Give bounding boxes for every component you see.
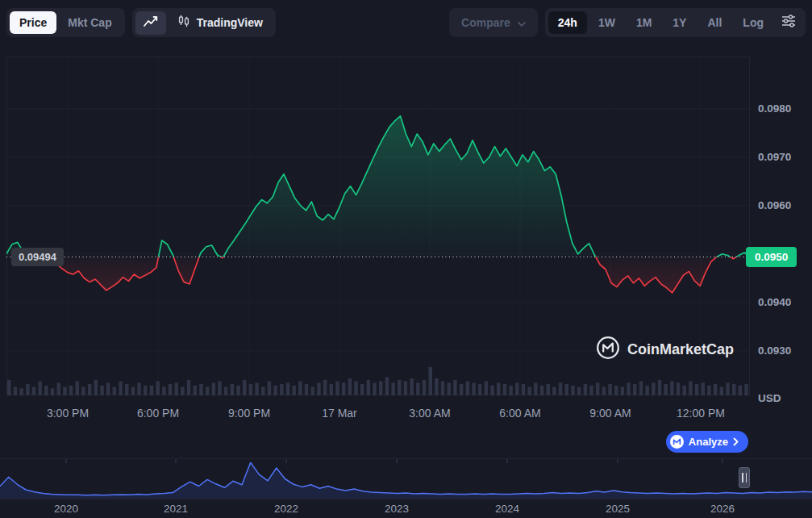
x-axis-label: 12:00 PM	[677, 407, 725, 420]
line-chart-icon	[144, 15, 158, 31]
history-mini-svg[interactable]: 2020202120222023202420252026	[0, 458, 812, 518]
chart-type-toggle: TradingView	[132, 8, 276, 37]
analyze-button[interactable]: Analyze	[666, 431, 748, 453]
tradingview-button[interactable]: TradingView	[168, 10, 273, 35]
mktcap-toggle[interactable]: Mkt Cap	[58, 11, 121, 34]
price-chart[interactable]: 0.09800.09700.09600.09500.09400.09303:00…	[0, 45, 812, 458]
unit-label: USD	[758, 392, 781, 404]
watermark-label: CoinMarketCap	[627, 341, 734, 358]
year-label: 2026	[710, 503, 735, 515]
candlestick-icon	[177, 15, 190, 31]
coinmarketcap-logo-icon	[596, 336, 620, 364]
line-chart-type-button[interactable]	[135, 11, 166, 35]
baseline-price-label: 0.09494	[11, 248, 64, 266]
year-label: 2023	[385, 503, 409, 515]
x-axis-label: 9:00 PM	[228, 407, 270, 420]
y-axis-label: 0.0960	[758, 199, 791, 211]
year-label: 2025	[606, 503, 630, 515]
tradingview-label: TradingView	[197, 15, 263, 30]
compare-button[interactable]: Compare	[449, 8, 538, 37]
coinmarketcap-logo-icon	[670, 435, 684, 449]
year-label: 2021	[164, 503, 188, 515]
price-chart-svg[interactable]: 0.09800.09700.09600.09500.09400.09303:00…	[6, 56, 812, 424]
date-range-scrubber[interactable]: 2020202120222023202420252026	[0, 458, 812, 518]
y-axis-label: 0.0970	[758, 151, 791, 163]
range-tab-1w[interactable]: 1W	[589, 11, 625, 34]
x-axis-label: 3:00 AM	[409, 407, 450, 420]
range-tab-24h[interactable]: 24h	[548, 11, 587, 34]
x-axis-label: 9:00 AM	[589, 407, 631, 420]
toolbar-right: Compare 24h1W1M1YAllLog	[449, 8, 806, 37]
y-axis-label: 0.0930	[758, 345, 791, 357]
range-tab-1m[interactable]: 1M	[627, 11, 661, 34]
price-toggle[interactable]: Price	[10, 11, 56, 34]
analyze-label: Analyze	[689, 436, 728, 448]
settings-sliders-icon	[781, 15, 796, 31]
price-mktcap-toggle: Price Mkt Cap	[6, 8, 125, 37]
history-line	[0, 462, 812, 495]
x-axis-label: 6:00 AM	[499, 407, 540, 420]
x-axis-label: 6:00 PM	[137, 407, 179, 420]
range-handle[interactable]	[739, 467, 750, 488]
chevron-down-icon	[518, 16, 526, 29]
year-label: 2022	[274, 503, 298, 515]
chart-settings-button[interactable]	[775, 10, 802, 35]
range-tabs: 24h1W1M1YAllLog	[545, 8, 806, 37]
x-axis-label: 3:00 PM	[47, 407, 89, 420]
y-axis-label: 0.0980	[758, 102, 791, 115]
range-tab-log[interactable]: Log	[733, 11, 773, 34]
range-tab-all[interactable]: All	[697, 11, 731, 34]
volume-bars	[7, 367, 748, 395]
chevron-right-icon	[733, 437, 739, 446]
coinmarketcap-watermark: CoinMarketCap	[596, 336, 734, 364]
year-label: 2024	[495, 503, 520, 515]
current-price-badge: 0.0950	[746, 247, 797, 267]
year-label: 2020	[54, 503, 78, 515]
compare-label: Compare	[461, 16, 510, 29]
x-axis-label: 17 Mar	[322, 407, 357, 420]
range-tab-1y[interactable]: 1Y	[663, 11, 696, 34]
chart-toolbar: Price Mkt Cap Tr	[0, 0, 812, 45]
y-axis-label: 0.0940	[758, 296, 791, 308]
